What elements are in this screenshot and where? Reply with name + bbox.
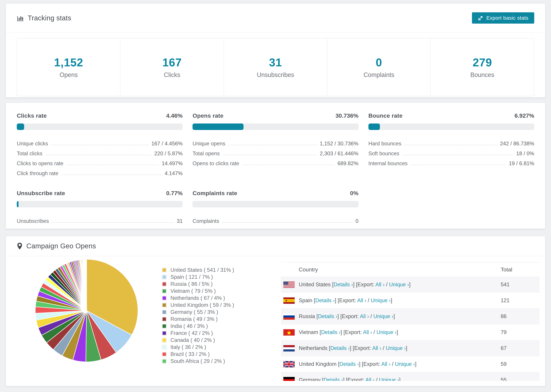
rate-detail-value: 18 / 0% (516, 151, 534, 157)
export-label: ] [Export: (359, 361, 381, 367)
export-all-link[interactable]: All › (375, 281, 384, 287)
legend-item[interactable]: Vietnam ( 79 / 5% ) (162, 287, 234, 294)
country-links-text: United Kingdom [Details ›] [Export: All … (299, 361, 417, 367)
country-total: 541 (501, 281, 540, 288)
details-link[interactable]: Details › (330, 345, 350, 351)
stat-cell: 279 Bounces (431, 38, 534, 96)
stat-label: Complaints (363, 71, 394, 78)
country-links-text: Spain [Details ›] [Export: All › / Uniqu… (299, 297, 392, 304)
rate-detail-value: 2,303 / 61.446% (320, 151, 359, 157)
stat-label: Clicks (164, 71, 180, 78)
flag-united-states (283, 281, 295, 288)
rate-detail-label: Unique clicks (17, 140, 48, 147)
tracking-stats-card: Tracking stats Export basic stats 1,152 … (6, 3, 545, 98)
legend-swatch-brazil (162, 352, 167, 357)
stat-label: Bounces (470, 71, 494, 78)
export-basic-stats-button[interactable]: Export basic stats (472, 12, 534, 24)
export-all-link[interactable]: All › (365, 377, 374, 381)
rate-detail-row: Click through rate 4.147% (17, 167, 183, 176)
legend-item[interactable]: Romania ( 49 / 3% ) (162, 315, 234, 322)
rate-section: Unsubscribe rate 0.77% Unsubscribes 31 (17, 190, 183, 224)
export-unique-link[interactable]: Unique › (389, 281, 409, 287)
legend-item[interactable]: Spain ( 121 / 7% ) (162, 273, 234, 280)
dotted-leader (51, 145, 149, 145)
export-all-link[interactable]: All › (357, 297, 366, 303)
geo-title: Campaign Geo Opens (17, 242, 96, 250)
legend-item[interactable]: South Africa ( 29 / 2% ) (162, 358, 234, 365)
country-name: United Kingdom [ (299, 361, 339, 367)
map-pin-icon (17, 242, 23, 250)
geo-table-row: United Kingdom [Details ›] [Export: All … (281, 356, 540, 372)
export-unique-link[interactable]: Unique › (379, 377, 399, 381)
rate-detail-row: Total opens 2,303 / 61.446% (192, 147, 358, 157)
country-name: Vietnam [ (299, 329, 321, 335)
legend-item[interactable]: Russia ( 86 / 5% ) (162, 280, 234, 287)
rate-progress-fill (368, 124, 380, 130)
closing-bracket: ] (393, 313, 395, 319)
rate-detail-value: 242 / 86.738% (500, 140, 534, 147)
rate-detail-row: Unique clicks 167 / 4.456% (17, 137, 183, 147)
legend-item[interactable]: Germany ( 55 / 3% ) (162, 308, 234, 315)
legend-label: Germany ( 55 / 3% ) (170, 309, 218, 315)
legend-label: Canada ( 40 / 2% ) (170, 337, 215, 343)
legend-item[interactable]: Brazil ( 33 / 2% ) (162, 351, 234, 358)
country-total: 67 (501, 345, 540, 351)
rate-detail-label: Soft bounces (368, 151, 399, 157)
rate-title: Clicks rate (17, 112, 47, 119)
export-all-link[interactable]: All › (360, 313, 369, 319)
export-all-link[interactable]: All › (381, 361, 390, 367)
closing-bracket: ] (415, 361, 417, 367)
export-unique-link[interactable]: Unique › (386, 345, 406, 351)
legend-swatch-romania (162, 317, 167, 322)
column-header-total: Total (501, 266, 540, 273)
dotted-leader (222, 155, 317, 155)
legend-label: Russia ( 86 / 5% ) (170, 281, 212, 287)
rate-section: Opens rate 30.736% Unique opens 1,152 / … (192, 112, 358, 176)
country-total: 55 (501, 377, 540, 381)
export-all-link[interactable]: All › (372, 345, 381, 351)
rate-detail-value: 689.82% (338, 161, 358, 167)
stat-cell: 0 Complaints (327, 38, 431, 96)
geo-table-row: Russia [Details ›] [Export: All › / Uniq… (281, 308, 540, 324)
rate-detail-row: Total clicks 220 / 5.87% (17, 147, 183, 157)
details-link[interactable]: Details › (321, 329, 340, 335)
rate-detail-label: Internal bounces (368, 161, 408, 167)
legend-item[interactable]: United Kingdom ( 59 / 3% ) (162, 301, 234, 308)
link-separator: / (390, 361, 395, 367)
legend-item[interactable]: Italy ( 36 / 2% ) (162, 343, 234, 351)
export-unique-link[interactable]: Unique › (395, 361, 415, 367)
legend-item[interactable]: Canada ( 40 / 2% ) (162, 336, 234, 343)
country-links-text: United States [Details ›] [Export: All ›… (299, 281, 410, 288)
rate-detail-value: 0 (355, 218, 358, 224)
details-link[interactable]: Details › (339, 361, 359, 367)
rate-progress-fill (17, 124, 24, 130)
flag-united-kingdom (283, 361, 295, 367)
legend-label: South Africa ( 29 / 2% ) (170, 358, 225, 364)
rate-detail-label: Hard bounces (368, 140, 402, 147)
export-label: ] [Export: (340, 329, 363, 335)
pie-slice-other[interactable] (86, 259, 87, 311)
legend-item[interactable]: United States ( 541 / 31% ) (162, 266, 234, 273)
rate-detail-row: Complaints 0 (192, 214, 358, 224)
export-unique-link[interactable]: Unique › (373, 313, 393, 319)
legend-item[interactable]: Netherlands ( 67 / 4% ) (162, 294, 234, 301)
country-links-text: Germany [Details ›] [Export: All › / Uni… (299, 377, 400, 381)
export-all-link[interactable]: All › (363, 329, 372, 335)
country-total: 59 (501, 361, 540, 367)
details-link[interactable]: Details › (318, 313, 338, 319)
tracking-stats-title-text: Tracking stats (28, 14, 71, 22)
export-unique-link[interactable]: Unique › (376, 329, 396, 335)
details-link[interactable]: Details › (315, 297, 335, 303)
details-link[interactable]: Details › (324, 377, 343, 381)
details-link[interactable]: Details › (333, 281, 353, 287)
legend-swatch-netherlands (162, 296, 167, 301)
rate-detail-label: Unique opens (192, 140, 225, 147)
export-unique-link[interactable]: Unique › (371, 297, 391, 303)
geo-country-table: Country Total United States [Details ›] … (281, 262, 540, 381)
legend-swatch-germany (162, 310, 167, 315)
legend-swatch-france (162, 331, 167, 336)
legend-item[interactable]: India ( 46 / 3% ) (162, 322, 234, 329)
country-total: 79 (501, 329, 540, 335)
rate-section: Complaints rate 0% Complaints 0 (192, 190, 358, 224)
legend-item[interactable]: France ( 42 / 2% ) (162, 329, 234, 336)
